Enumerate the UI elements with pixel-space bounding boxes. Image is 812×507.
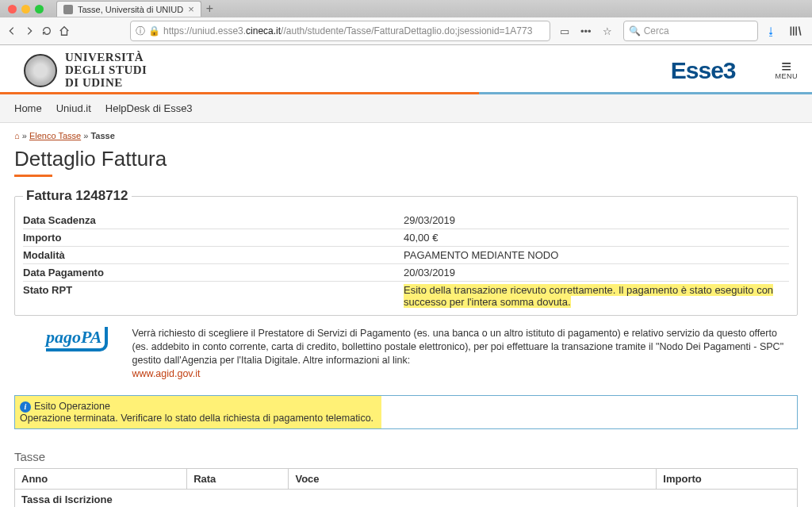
pagopa-logo: pagoPA	[46, 327, 108, 348]
stato-rpt-value: Esito della transazione ricevuto corrett…	[404, 284, 773, 308]
tab-title: Tasse, Università di UNIUD	[78, 5, 183, 14]
address-bar[interactable]: ⓘ 🔒 https://uniud.esse3.cineca.it//auth/…	[130, 21, 550, 41]
browser-chrome: Tasse, Università di UNIUD × + ⓘ 🔒 https…	[0, 0, 812, 45]
hamburger-icon: ≡	[776, 61, 799, 72]
seal-icon	[24, 54, 57, 87]
row-data-pagamento: Data Pagamento 20/03/2019	[23, 264, 789, 282]
row-scadenza: Data Scadenza 29/03/2019	[23, 212, 789, 229]
minimize-window-icon[interactable]	[21, 5, 30, 13]
toolbar-right: ⭳ ≡	[764, 24, 812, 38]
search-placeholder: Cerca	[644, 25, 669, 36]
breadcrumb-elenco[interactable]: Elenco Tasse	[29, 131, 81, 140]
home-button[interactable]	[59, 21, 70, 40]
url-actions: ▭ ••• ☆	[560, 25, 612, 37]
title-underline	[14, 175, 52, 177]
esito-box: iEsito Operazione Operazione terminata. …	[14, 395, 798, 429]
breadcrumb: ⌂ » Elenco Tasse » Tasse	[14, 129, 798, 145]
col-rata: Rata	[187, 468, 289, 489]
agid-link[interactable]: www.agid.gov.it	[132, 368, 200, 379]
esito-message: Operazione terminata. Verificare lo stat…	[20, 413, 373, 424]
tab-bar: Tasse, Università di UNIUD × +	[0, 0, 812, 17]
search-bar[interactable]: 🔍 Cerca	[623, 21, 758, 41]
forward-button[interactable]	[24, 21, 35, 40]
library-icon[interactable]	[788, 24, 802, 38]
col-anno: Anno	[15, 468, 187, 489]
new-tab-button[interactable]: +	[206, 2, 213, 16]
favicon-icon	[63, 5, 73, 14]
search-icon: 🔍	[629, 25, 641, 36]
fattura-legend: Fattura 1248712	[23, 188, 132, 204]
close-tab-icon[interactable]: ×	[188, 3, 194, 15]
downloads-icon[interactable]: ⭳	[764, 24, 779, 38]
browser-toolbar: ⓘ 🔒 https://uniud.esse3.cineca.it//auth/…	[0, 17, 812, 44]
fattura-panel: Fattura 1248712 Data Scadenza 29/03/2019…	[14, 188, 798, 316]
info-icon: ⓘ	[136, 25, 145, 38]
row-importo: Importo 40,00 €	[23, 229, 789, 247]
site-header: UNIVERSITÀ DEGLI STUDI DI UDINE Esse3 ≡ …	[0, 45, 812, 92]
tasse-table: Anno Rata Voce Importo Tassa di Iscrizio…	[14, 468, 798, 507]
home-icon[interactable]: ⌂	[14, 131, 20, 140]
info-icon: i	[20, 401, 31, 413]
tasse-section-title: Tasse	[14, 450, 798, 463]
nav-home[interactable]: Home	[14, 102, 42, 114]
nav-uniud[interactable]: Uniud.it	[56, 102, 91, 114]
more-icon[interactable]: •••	[580, 25, 592, 37]
esse3-brand: Esse3	[671, 57, 736, 84]
lock-icon: 🔒	[148, 25, 160, 36]
star-icon[interactable]: ☆	[603, 25, 612, 37]
reader-mode-icon[interactable]: ▭	[560, 25, 569, 37]
browser-tab[interactable]: Tasse, Università di UNIUD ×	[56, 1, 201, 17]
back-button[interactable]	[6, 21, 17, 40]
breadcrumb-current: Tasse	[90, 131, 114, 140]
row-stato-rpt: Stato RPT Esito della transazione ricevu…	[23, 282, 789, 310]
url-text: https://uniud.esse3.cineca.it//auth/stud…	[163, 25, 532, 36]
window-controls	[5, 5, 47, 13]
table-header-row: Anno Rata Voce Importo	[15, 468, 798, 489]
table-subheader: Tassa di Iscrizione	[15, 489, 798, 507]
main-content: ⌂ » Elenco Tasse » Tasse Dettaglio Fattu…	[0, 123, 812, 507]
col-voce: Voce	[289, 468, 657, 489]
nav-helpdesk[interactable]: HelpDesk di Esse3	[105, 102, 193, 114]
nav-menu: Home Uniud.it HelpDesk di Esse3	[0, 94, 812, 123]
esito-title: Esito Operazione	[34, 401, 110, 412]
close-window-icon[interactable]	[8, 5, 17, 13]
row-modalita: Modalità PAGAMENTO MEDIANTE NODO	[23, 247, 789, 264]
pagopa-description: Verrà richiesto di scegliere il Prestato…	[132, 327, 790, 381]
reload-button[interactable]	[41, 21, 52, 40]
page-title: Dettaglio Fattura	[14, 147, 798, 171]
university-logo[interactable]: UNIVERSITÀ DEGLI STUDI DI UDINE	[24, 52, 147, 89]
main-menu-button[interactable]: ≡ MENU	[776, 61, 799, 80]
col-importo: Importo	[657, 468, 798, 489]
university-name: UNIVERSITÀ DEGLI STUDI DI UDINE	[65, 52, 147, 89]
pagopa-block: pagoPA Verrà richiesto di scegliere il P…	[14, 316, 798, 387]
maximize-window-icon[interactable]	[35, 5, 44, 13]
